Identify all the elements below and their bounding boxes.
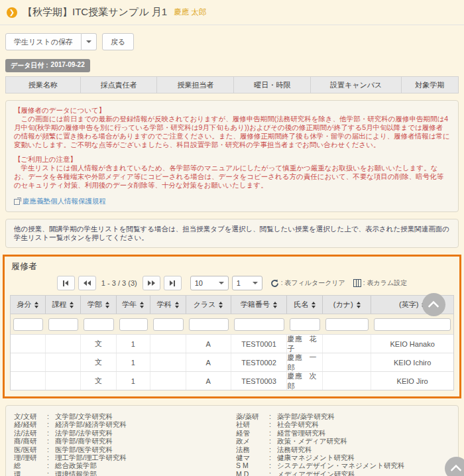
sort-icon[interactable] xyxy=(312,302,316,308)
legend-abbr: 文/文研 xyxy=(14,412,47,420)
roster-cell xyxy=(11,353,46,371)
roster-row[interactable]: 文1ATEST0001慶應 花子KEIO Hanako xyxy=(11,334,453,353)
legend-full-name: 理工学部/理工学研究科 xyxy=(55,453,127,461)
last-page-icon xyxy=(174,280,175,286)
legend-row: 環:環境情報学部 xyxy=(14,470,232,476)
roster-cell xyxy=(150,335,186,353)
roster-cell: KEIO Ichiro xyxy=(371,353,453,371)
legend-full-name: 健康マネジメント研究科 xyxy=(277,453,355,461)
legend-abbr: 商/商研 xyxy=(14,437,47,445)
filter-input[interactable] xyxy=(374,318,451,331)
legend-column-right: 薬/薬研:薬学部/薬学研究科社研:社会学研究科経管:経営管理研究科政メ:政策・メ… xyxy=(232,412,450,476)
legend-colon: : xyxy=(269,470,277,476)
legend-row: 政メ:政策・メディア研究科 xyxy=(236,437,450,445)
sort-desc-arrow xyxy=(175,306,179,308)
sort-asc-arrow xyxy=(273,302,277,304)
roster-cell: KEIO Hanako xyxy=(371,335,453,353)
legend-abbr: M D xyxy=(236,470,269,476)
roster-cell: TEST0002 xyxy=(231,353,288,371)
roster-col-label: 学科 xyxy=(157,300,172,310)
next-page-button[interactable] xyxy=(143,276,160,290)
filter-input[interactable] xyxy=(153,318,183,331)
first-page-button[interactable] xyxy=(57,276,75,290)
roster-col-header[interactable]: 学科 xyxy=(150,296,186,314)
back-button[interactable]: 戻る xyxy=(102,33,134,50)
roster-cell: KEIO Jiro xyxy=(371,372,453,390)
roster-filter-cell xyxy=(81,314,116,334)
save-dropdown-toggle[interactable] xyxy=(82,33,97,50)
legend-abbr: 社研 xyxy=(236,420,269,428)
sort-icon[interactable] xyxy=(175,302,179,308)
sort-icon[interactable] xyxy=(140,302,144,308)
roster-col-header[interactable]: クラス xyxy=(186,296,231,314)
roster-col-header[interactable]: 学年 xyxy=(117,296,150,314)
page-number-select[interactable]: 1 xyxy=(232,276,262,290)
filter-input[interactable] xyxy=(119,318,148,331)
scroll-to-top-button-corner[interactable] xyxy=(445,457,464,476)
filter-input[interactable] xyxy=(48,318,78,331)
sort-icon[interactable] xyxy=(273,302,277,308)
legend-full-name: 薬学部/薬学研究科 xyxy=(277,412,335,420)
filter-input[interactable] xyxy=(189,318,229,331)
save-split-button: 学生リストの保存 xyxy=(5,33,97,50)
triangle-right-icon xyxy=(170,280,173,286)
roster-col-label: クラス xyxy=(194,300,216,310)
scroll-to-top-button[interactable] xyxy=(422,293,445,316)
filter-input[interactable] xyxy=(13,318,43,331)
page-header: ❯ 【秋学期】ITC授業サンプル 月1 慶應 太郎 xyxy=(0,0,464,19)
roster-col-header[interactable]: 身分 xyxy=(11,296,46,314)
legend-row: 医/医研:医学部/医学研究科 xyxy=(14,446,232,453)
legend-full-name: 社会学研究科 xyxy=(277,420,319,428)
legend-abbr: 総 xyxy=(14,461,47,469)
legend-colon: : xyxy=(47,420,55,428)
roster-col-header[interactable]: 氏名 xyxy=(287,296,322,314)
filter-input[interactable] xyxy=(290,318,319,331)
roster-data-notice-title: 【履修者のデータについて】 xyxy=(14,106,450,115)
sort-icon[interactable] xyxy=(357,302,361,308)
legend-abbr: 理/理研 xyxy=(14,453,47,461)
roster-col-header[interactable]: (カナ) xyxy=(323,296,371,314)
filter-clear-control[interactable]: : 表フィルタークリア xyxy=(270,278,345,288)
prev-page-button[interactable] xyxy=(78,276,96,290)
page-size-select[interactable]: 10 xyxy=(190,276,229,290)
triangle-left-icon xyxy=(65,280,68,286)
legend-abbr: S M xyxy=(236,461,269,469)
filter-input[interactable] xyxy=(325,318,369,331)
roster-col-header[interactable]: 学部 xyxy=(81,296,116,314)
roster-data-notice-body: この画面には前日までの最新の登録情報が反映されておりますが、履修申告期間(法務研… xyxy=(14,115,450,149)
roster-cell: 慶應 花子 xyxy=(287,335,322,353)
triangle-right-icon xyxy=(152,280,155,286)
sort-asc-arrow xyxy=(175,302,179,304)
legend-abbr: 経管 xyxy=(236,429,269,437)
roster-cell: A xyxy=(186,335,231,353)
legend-full-name: メディアデザイン研究科 xyxy=(277,470,355,476)
roster-col-header[interactable]: 課程 xyxy=(46,296,81,314)
other-notice-box: 他の授業、開講学期の学生リストを閲覧する場合は、担当授業タブを選択し、閲覧したい… xyxy=(5,219,459,248)
legend-full-name: 環境情報学部 xyxy=(55,470,97,476)
sort-icon[interactable] xyxy=(34,302,38,308)
sort-asc-arrow xyxy=(140,302,144,304)
legend-abbr: 環 xyxy=(14,470,47,476)
column-config-control[interactable]: : 表カラム設定 xyxy=(353,278,407,288)
privacy-policy-link[interactable]: 慶應義塾個人情報保護規程 xyxy=(23,197,106,206)
filter-input[interactable] xyxy=(234,318,285,331)
filter-input[interactable] xyxy=(84,318,113,331)
roster-cell: TEST0003 xyxy=(231,372,288,390)
roster-row[interactable]: 文1ATEST0002慶應 一郎KEIO Ichiro xyxy=(11,353,453,371)
page-number-value: 1 xyxy=(237,279,241,287)
chevron-down-icon xyxy=(86,40,91,43)
legend-colon: : xyxy=(269,412,277,420)
last-page-button[interactable] xyxy=(164,276,182,290)
sort-icon[interactable] xyxy=(219,302,223,308)
triangle-right-icon xyxy=(148,280,151,286)
sort-icon[interactable] xyxy=(105,302,109,308)
roster-row[interactable]: 文1ATEST0003慶應 次郎KEIO Jiro xyxy=(11,371,453,390)
legend-colon: : xyxy=(47,412,55,420)
roster-col-header[interactable]: 学籍番号 xyxy=(231,296,288,314)
save-student-list-button[interactable]: 学生リストの保存 xyxy=(5,33,82,50)
roster-filter-cell xyxy=(371,314,453,334)
legend-colon: : xyxy=(47,461,55,469)
sort-desc-arrow xyxy=(273,306,277,308)
legend-column-left: 文/文研:文学部/文学研究科経/経研:経済学部/経済学研究科法/法研:法学部/法… xyxy=(14,412,232,476)
sort-icon[interactable] xyxy=(70,302,74,308)
